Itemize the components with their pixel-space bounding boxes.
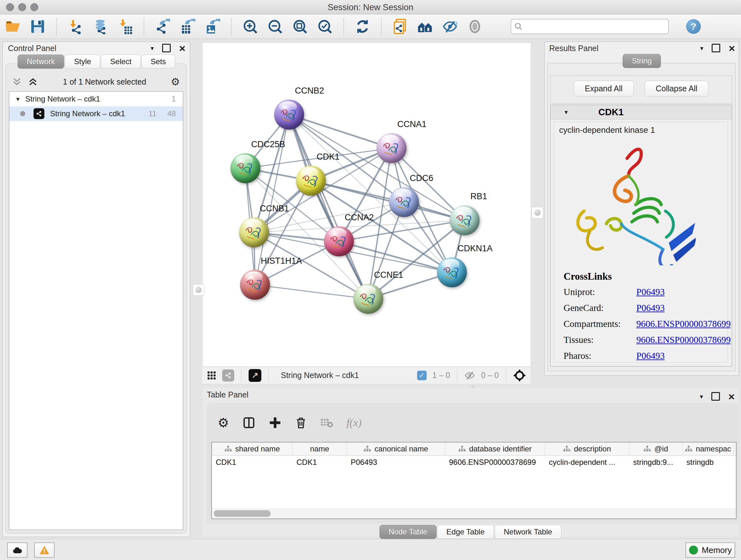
warnings-button[interactable] [34, 543, 55, 558]
crosslink-pharos-link[interactable]: P06493 [636, 351, 665, 361]
column-header-database-identifier[interactable]: database identifier [445, 442, 545, 455]
node-CCNA2[interactable] [324, 226, 354, 256]
column-header-name[interactable]: name [293, 442, 347, 455]
search-input[interactable] [526, 22, 665, 31]
tree-expander-icon[interactable]: ▾ [16, 95, 19, 103]
float-panel-icon[interactable] [162, 44, 171, 52]
tab-edge-table[interactable]: Edge Table [437, 525, 494, 539]
export-network-icon[interactable] [154, 18, 171, 35]
import-network-file-icon[interactable] [67, 18, 84, 35]
right-splitter-handle[interactable] [532, 207, 543, 219]
node-RB1[interactable] [450, 205, 480, 235]
hide-selected-icon[interactable] [442, 18, 458, 35]
import-table-file-icon[interactable] [117, 18, 133, 35]
cell-database-identifier[interactable]: 9606.ENSP00000378699 [445, 455, 545, 469]
expand-all-button[interactable]: Expand All [574, 81, 634, 97]
network-type-toggle-icon[interactable] [222, 369, 234, 381]
duplicate-network-icon[interactable] [392, 18, 408, 35]
edge-CCNB2-CCNE1[interactable] [289, 115, 368, 299]
birds-eye-crosshair-icon[interactable] [513, 369, 526, 382]
open-session-icon[interactable] [4, 18, 21, 35]
cell-description[interactable]: cyclin-dependent ... [545, 455, 629, 469]
tab-string[interactable]: String [623, 54, 661, 68]
cell-namespac[interactable]: stringdb [683, 455, 734, 469]
detach-view-icon[interactable]: ↗ [249, 369, 261, 382]
edge-CCNA2-CDKN1A[interactable] [339, 241, 452, 272]
cell--id[interactable]: stringdb:9... [629, 455, 683, 469]
collapse-panel-icon[interactable]: ▾ [700, 393, 703, 400]
crosslink-tissues-link[interactable]: 9606.ENSP00000378699 [636, 334, 731, 345]
node-CCNB2[interactable] [274, 100, 304, 130]
node-CDKN1A[interactable] [437, 257, 467, 287]
tab-node-table[interactable]: Node Table [380, 525, 436, 539]
zoom-in-icon[interactable] [242, 18, 259, 35]
crosslink-uniprot-link[interactable]: P06493 [636, 287, 665, 297]
add-column-icon[interactable] [269, 416, 281, 429]
export-image-icon[interactable] [204, 18, 221, 35]
network-collection-row[interactable]: ▾ String Network – cdk1 1 [9, 91, 183, 106]
show-columns-icon[interactable] [243, 416, 255, 429]
tab-select[interactable]: Select [101, 55, 141, 69]
collapse-panel-icon[interactable]: ▾ [700, 44, 703, 52]
column-header--id[interactable]: @id [629, 442, 683, 455]
delete-table-icon[interactable] [320, 417, 333, 428]
node-table-row[interactable]: CDK1CDK1P064939606.ENSP00000378699cyclin… [212, 455, 736, 469]
expand-all-icon[interactable] [27, 77, 38, 86]
delete-column-trash-icon[interactable] [295, 416, 307, 429]
node-HIST1H1A[interactable] [240, 270, 270, 300]
column-header-namespac[interactable]: namespac [683, 442, 734, 455]
apply-layout-icon[interactable] [354, 18, 371, 35]
node-CDC6[interactable] [389, 187, 419, 217]
node-CDK1[interactable] [296, 166, 326, 196]
zoom-selected-icon[interactable] [317, 18, 333, 35]
tab-network-table[interactable]: Network Table [495, 525, 562, 539]
node-CCNA1[interactable] [377, 133, 407, 163]
cloud-status-button[interactable] [7, 543, 27, 558]
edge-CDK1-RB1[interactable] [311, 181, 465, 220]
table-horizontal-scrollbar[interactable] [212, 509, 736, 518]
crosslink-genecard-link[interactable]: P06493 [636, 303, 665, 313]
cell-canonical-name[interactable]: P06493 [347, 455, 445, 469]
column-header-canonical-name[interactable]: canonical name [347, 442, 445, 455]
collapse-all-button[interactable]: Collapse All [645, 81, 709, 97]
edge-CCNB2-CCNA1[interactable] [289, 115, 392, 148]
cell-shared-name[interactable]: CDK1 [212, 455, 293, 469]
cell-name[interactable]: CDK1 [293, 455, 347, 469]
table-options-gear-icon[interactable]: ⚙ [218, 415, 229, 430]
edge-HIST1H1A-CCNE1[interactable] [255, 285, 368, 299]
function-builder-icon[interactable]: f(x) [347, 417, 361, 429]
tab-sets[interactable]: Sets [141, 55, 175, 69]
save-session-icon[interactable] [29, 18, 46, 35]
node-CCNE1[interactable] [353, 284, 383, 314]
float-panel-icon[interactable] [712, 44, 720, 52]
grid-view-icon[interactable] [207, 371, 216, 380]
show-selected-icon[interactable] [467, 18, 483, 35]
network-options-gear-icon[interactable]: ⚙ [171, 76, 180, 88]
crosslink-compartments-link[interactable]: 9606.ENSP00000378699 [636, 319, 731, 329]
left-splitter-handle[interactable] [193, 284, 204, 296]
search-box[interactable] [511, 19, 669, 34]
network-canvas[interactable]: CCNB2CCNA1CDC25BCDK1CDC6RB1CCNB1CCNA2CDK… [202, 43, 531, 367]
import-network-database-icon[interactable] [92, 18, 109, 35]
selected-nodes-checkbox-icon[interactable]: ✓ [417, 371, 427, 380]
close-panel-icon[interactable]: × [729, 45, 735, 51]
show-all-networks-icon[interactable] [417, 18, 433, 35]
node-CCNB1[interactable] [239, 217, 269, 247]
zoom-fit-icon[interactable] [292, 18, 308, 35]
scrollbar-thumb[interactable] [214, 510, 271, 517]
hidden-eye-icon[interactable] [464, 371, 475, 380]
collapse-all-icon[interactable] [11, 77, 22, 86]
export-table-icon[interactable] [179, 18, 196, 35]
column-header-description[interactable]: description [545, 442, 629, 455]
column-header-shared-name[interactable]: shared name [212, 442, 293, 455]
help-icon[interactable]: ? [686, 19, 701, 34]
collapse-panel-icon[interactable]: ▾ [151, 44, 154, 52]
memory-button[interactable]: Memory [685, 543, 735, 558]
section-expander-icon[interactable]: ▾ [564, 108, 568, 116]
gene-section-header[interactable]: ▾ CDK1 [550, 105, 732, 119]
network-row-selected[interactable]: String Network – cdk1 11 48 [9, 106, 183, 121]
close-panel-icon[interactable]: × [728, 393, 735, 400]
zoom-out-icon[interactable] [267, 18, 283, 35]
close-panel-icon[interactable]: × [179, 45, 185, 51]
tab-style[interactable]: Style [65, 55, 100, 69]
